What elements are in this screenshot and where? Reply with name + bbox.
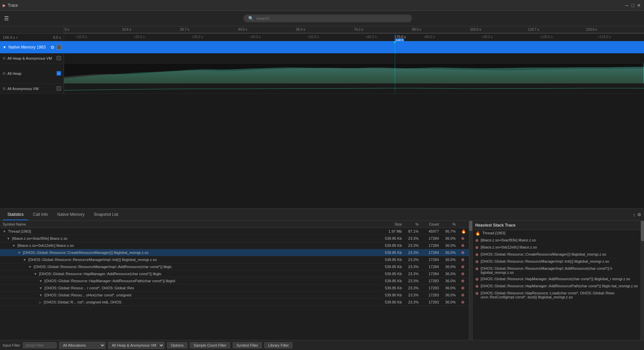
row-pct2: 36.0% (442, 256, 458, 263)
side-scrollbar[interactable] (641, 221, 644, 340)
row-pct2: 36.0% (442, 242, 458, 249)
table-row[interactable]: ▼ [OHOS::Global::Resource::HapManager::A… (0, 278, 469, 285)
col-size: Size (381, 221, 405, 228)
flame-icon: 🔥 (475, 231, 480, 236)
stack-icon: ⊕ (461, 264, 464, 269)
native-memory-title: Native Memory 1963 (8, 45, 49, 50)
row-count: 17284 (421, 263, 442, 270)
settings-icon[interactable]: ⚙ (51, 45, 55, 50)
tab-native-memory[interactable]: Native Memory (53, 209, 89, 220)
input-filter[interactable] (23, 342, 57, 348)
col-symbol: Symbol Name (0, 221, 381, 228)
close-button[interactable]: ✕ (637, 3, 641, 8)
table-row[interactable]: ▼ [OHOS::Global::Resource::ResourceManag… (0, 256, 469, 263)
row-pct1: 23.3% (405, 285, 421, 292)
row-pct1: 23.3% (405, 270, 421, 278)
stack-item: ⊕ [OHOS::Global::Resource::HapManager::A… (473, 276, 641, 283)
table-scrollbar[interactable] (469, 221, 472, 340)
vm-select[interactable]: All Heap & Anonymous VM All Heap All Ano… (108, 342, 164, 349)
table-row[interactable]: ▼ [OHOS::Global::Resource::CreateResourc… (0, 249, 469, 256)
library-filter-button[interactable]: Library Filter (264, 342, 292, 348)
row-pct2: 36.0% (442, 285, 458, 292)
bottom-panel: Statistics Call Info Native Memory Snaps… (0, 208, 644, 350)
row-count: 17284 (421, 256, 442, 263)
tab-snapshot-list[interactable]: Snapshot List (89, 209, 123, 220)
col-pct2: % (442, 221, 458, 228)
table-row[interactable]: ▼ Thread [1963] 1.97 Mb 87.1% 45977 95.7… (0, 228, 469, 235)
track-toggle-icon[interactable] (57, 45, 61, 50)
toolbar: ☰ 🔍 (0, 11, 644, 26)
allocation-select[interactable]: All Allocations Created & Existing Creat… (59, 342, 105, 349)
row-symbol: [OHOS::Global::Resour... r const*, OHOS:… (44, 286, 134, 290)
sample-count-filter-button[interactable]: Sample Count Filter (190, 342, 230, 348)
row-count: 45977 (421, 228, 442, 235)
sub-track-heap-anon-checkbox[interactable] (57, 56, 61, 60)
flame-icon: 🔥 (461, 229, 466, 234)
search-icon: 🔍 (248, 16, 254, 21)
table-row[interactable]: ▼ [OHOS::Global::Resource::ResourceManag… (0, 263, 469, 270)
sort-icon[interactable]: ↕ (633, 212, 636, 217)
sub-track-anon-expand: ⊟ (3, 87, 5, 90)
stack-icon: ⊕ (461, 293, 464, 297)
search-bar: 🔍 (244, 14, 412, 22)
row-count: 17284 (421, 242, 442, 249)
sub-track-anon-label: All Anonymous VM (7, 87, 55, 91)
stack-item: ⊕ [libace.z.so+0xb12e8c] libace.z.so (473, 244, 641, 251)
native-memory-header-left[interactable]: ▼ Native Memory 1963 ⚙ (0, 41, 64, 53)
row-symbol: [OHOS::Global::Resource::HapManager::Add… (44, 279, 175, 283)
options-button[interactable]: Options (167, 342, 187, 348)
table-row[interactable]: ▼ [libace.z.so+0xacf93e] libace.z.so 539… (0, 235, 469, 242)
sub-track-heap-checkbox[interactable]: ✓ (57, 71, 61, 76)
row-pct2: 36.0% (442, 235, 458, 242)
stack-icon: ⊕ (475, 245, 479, 250)
menu-button[interactable]: ☰ (4, 15, 9, 22)
stack-item: ⊕ [OHOS::Global::Resource::HapResource::… (473, 290, 641, 300)
ruler-label-1: 14.8 s (122, 28, 131, 31)
row-symbol: [OHOS::Global::Resource::ResourceManager… (28, 258, 157, 262)
expand-icon: ▼ (12, 244, 15, 247)
row-symbol: [OHOS::Global::Resource::ResourceManager… (34, 265, 172, 269)
minimize-button[interactable]: ─ (624, 3, 629, 8)
table-row[interactable]: ▼ [OHOS::Global::Resou... sHex(char cons… (0, 292, 469, 299)
symbol-filter-button[interactable]: Symbol Filter (233, 342, 262, 348)
ruler-label-9: 133.6 s (586, 28, 597, 31)
row-icon-cell: ⊕ (458, 242, 469, 249)
ruler-label-5: 74.2 s (354, 28, 363, 31)
stack-item-text: [OHOS::Global::Resource::ResourceManager… (481, 259, 609, 263)
row-symbol: [OHOS::Global::Resou... sHex(char const*… (44, 293, 131, 297)
stack-icon: ⊕ (475, 259, 479, 264)
row-symbol: [OHOS::Global::Resource::CreateResourceM… (23, 251, 149, 255)
table-row[interactable]: ▷ [OHOS::Global::R... nst*, unsigned int… (0, 299, 469, 306)
tab-statistics[interactable]: Statistics (3, 209, 28, 220)
title-bar: ▶ Trace ─ □ ✕ (0, 0, 644, 11)
expand-icon: ▼ (18, 251, 21, 255)
table-row[interactable]: ▼ [libace.z.so+0xb12e8c] libace.z.so 539… (0, 242, 469, 249)
sub-track-heap-anon-label: All Heap & Anonymous VM (7, 56, 55, 60)
stack-item-text: [libace.z.so+0xb12e8c] libace.z.so (481, 245, 537, 249)
panel-settings-icon[interactable]: ⚙ (637, 212, 641, 217)
maximize-button[interactable]: □ (631, 3, 635, 8)
row-size: 539.85 Kb (381, 249, 405, 256)
col-count: Count (421, 221, 442, 228)
row-size: 539.85 Kb (381, 285, 405, 292)
expand-icon: ▼ (23, 258, 26, 262)
stack-icon: ⊕ (461, 236, 464, 241)
search-input[interactable] (256, 16, 407, 21)
tab-call-info[interactable]: Call Info (28, 209, 53, 220)
table-row[interactable]: ▼ [OHOS::Global::Resour... r const*, OHO… (0, 285, 469, 292)
stack-trace-panel: Heaviest Stack Trace 🔥 Thread [1963] ⊕ [… (472, 221, 641, 340)
input-filter-label: Input Filter (3, 343, 20, 347)
table-row[interactable]: ▼ [OHOS::Global::Resource::HapManager::A… (0, 270, 469, 278)
row-pct1: 23.3% (405, 235, 421, 242)
sub-track-anon-checkbox[interactable] (57, 86, 61, 91)
stack-icon: ⊕ (461, 243, 464, 248)
stack-icon: ⊕ (461, 300, 464, 304)
ruler-label-3: 44.5 s (238, 28, 247, 31)
row-pct1: 23.3% (405, 249, 421, 256)
row-pct2: 36.0% (442, 292, 458, 299)
stack-item-text: [OHOS::Global::Resource::HapManager::Add… (481, 284, 638, 288)
table-area: Symbol Name Size % Count % ▼ Thread [196… (0, 221, 644, 340)
col-pct1: % (405, 221, 421, 228)
row-pct2: 36.0% (442, 249, 458, 256)
row-pct1: 23.3% (405, 256, 421, 263)
